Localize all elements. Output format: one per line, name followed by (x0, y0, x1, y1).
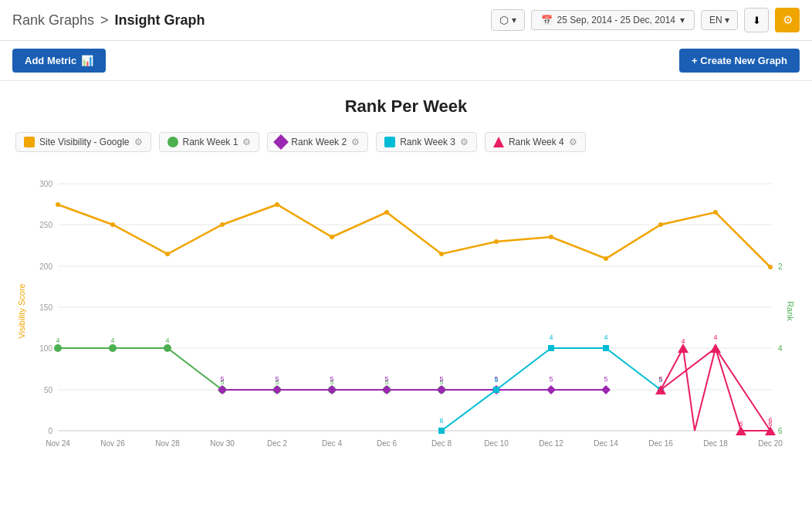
svg-text:4: 4 (56, 337, 59, 344)
legend-item-rank-week-2[interactable]: Rank Week 2 ⚙ (267, 132, 368, 152)
legend-swatch-site-visibility (24, 137, 35, 147)
svg-rect-80 (493, 387, 499, 393)
svg-text:250: 250 (39, 221, 52, 229)
svg-text:5: 5 (275, 375, 279, 383)
svg-text:4: 4 (549, 333, 553, 341)
lang-dropdown-arrow: ▾ (725, 15, 729, 25)
date-range-button[interactable]: 📅 25 Sep, 2014 - 25 Dec, 2014 ▾ (531, 10, 695, 30)
svg-rect-78 (438, 428, 445, 434)
svg-text:5: 5 (494, 376, 498, 384)
svg-marker-68 (382, 385, 391, 394)
header: Rank Graphs > Insight Graph ⬡ ▾ 📅 25 Sep… (0, 0, 812, 41)
date-range-label: 25 Sep, 2014 - 25 Dec, 2014 (557, 15, 675, 25)
svg-text:2: 2 (778, 262, 783, 271)
bar-chart-icon: 📊 (81, 55, 93, 66)
svg-text:Nov 24: Nov 24 (46, 439, 70, 448)
svg-text:6: 6 (778, 427, 783, 435)
add-metric-label: Add Metric (25, 55, 76, 66)
add-metric-button[interactable]: Add Metric 📊 (12, 49, 106, 73)
legend-label-rank-week-1: Rank Week 1 (183, 137, 239, 147)
svg-text:Dec 4: Dec 4 (322, 439, 343, 448)
breadcrumb-current: Insight Graph (115, 12, 205, 29)
sv-dot (56, 202, 60, 207)
site-visibility-line (58, 205, 770, 267)
svg-point-45 (768, 265, 773, 269)
legend-gear-site-visibility[interactable]: ⚙ (134, 137, 143, 147)
settings-button[interactable]: ⚙ (775, 8, 800, 32)
svg-point-42 (604, 256, 608, 261)
svg-rect-84 (603, 345, 609, 351)
svg-marker-74 (546, 385, 556, 394)
svg-text:6: 6 (768, 420, 772, 428)
breadcrumb: Rank Graphs > Insight Graph (12, 12, 205, 29)
svg-text:Dec 8: Dec 8 (431, 439, 452, 448)
legend-label-rank-week-4: Rank Week 4 (509, 137, 564, 147)
svg-text:150: 150 (39, 303, 52, 312)
svg-text:Dec 10: Dec 10 (484, 439, 509, 448)
breadcrumb-prefix: Rank Graphs (12, 12, 94, 29)
svg-text:0: 0 (48, 427, 52, 435)
svg-marker-76 (601, 385, 611, 394)
breadcrumb-separator: > (100, 12, 109, 29)
svg-text:4: 4 (713, 333, 717, 341)
svg-text:5: 5 (330, 375, 333, 383)
cube-icon: ⬡ (499, 14, 509, 26)
svg-text:6: 6 (439, 417, 443, 425)
cube-dropdown-arrow: ▾ (512, 15, 516, 25)
svg-text:5: 5 (439, 375, 443, 383)
calendar-icon: 📅 (541, 15, 553, 25)
svg-rect-82 (548, 345, 554, 351)
legend-label-site-visibility: Site Visibility - Google (39, 137, 130, 147)
cube-button[interactable]: ⬡ ▾ (491, 9, 525, 31)
legend-gear-rank-week-1[interactable]: ⚙ (242, 137, 251, 147)
svg-text:Dec 20: Dec 20 (758, 439, 783, 448)
download-button[interactable]: ⬇ (744, 8, 769, 32)
legend-gear-rank-week-2[interactable]: ⚙ (351, 137, 360, 147)
language-button[interactable]: EN ▾ (701, 10, 738, 30)
svg-text:100: 100 (39, 344, 52, 353)
svg-text:Dec 14: Dec 14 (594, 439, 618, 448)
svg-point-44 (713, 210, 718, 215)
svg-text:5: 5 (658, 375, 662, 383)
svg-point-39 (439, 252, 444, 256)
svg-point-38 (384, 210, 389, 215)
svg-text:5: 5 (384, 375, 388, 383)
legend-item-site-visibility[interactable]: Site Visibility - Google ⚙ (15, 132, 151, 152)
svg-text:4: 4 (110, 337, 114, 344)
svg-point-46 (54, 344, 62, 352)
chart-title: Rank Per Week (15, 96, 797, 117)
legend-item-rank-week-3[interactable]: Rank Week 3 ⚙ (376, 132, 477, 152)
svg-point-41 (549, 235, 553, 239)
header-controls: ⬡ ▾ 📅 25 Sep, 2014 - 25 Dec, 2014 ▾ EN ▾… (491, 8, 800, 32)
chart-area: Rank Per Week Site Visibility - Google ⚙… (0, 81, 812, 465)
create-graph-label: + Create New Graph (692, 55, 787, 66)
svg-text:5: 5 (220, 375, 224, 383)
legend-label-rank-week-3: Rank Week 3 (400, 137, 455, 147)
legend-item-rank-week-4[interactable]: Rank Week 4 ⚙ (485, 132, 586, 152)
legend-gear-rank-week-3[interactable]: ⚙ (460, 137, 469, 147)
svg-point-33 (110, 222, 115, 227)
svg-text:5: 5 (604, 375, 607, 383)
toolbar: Add Metric 📊 + Create New Graph (0, 41, 812, 81)
graph-container: Visibility Score Rank 300 250 200 150 10… (15, 164, 797, 458)
svg-text:Dec 2: Dec 2 (267, 439, 288, 448)
svg-text:Dec 12: Dec 12 (539, 439, 563, 448)
svg-text:5: 5 (549, 375, 553, 383)
gear-icon: ⚙ (783, 13, 793, 27)
svg-text:300: 300 (39, 180, 52, 188)
legend-gear-rank-week-4[interactable]: ⚙ (569, 137, 577, 147)
svg-text:4: 4 (165, 337, 169, 344)
legend-swatch-rank-week-1 (167, 137, 178, 147)
svg-point-40 (494, 239, 499, 244)
svg-text:200: 200 (39, 262, 52, 271)
legend-item-rank-week-1[interactable]: Rank Week 1 ⚙ (159, 132, 260, 152)
legend-swatch-rank-week-2 (273, 134, 289, 150)
create-graph-button[interactable]: + Create New Graph (679, 49, 800, 73)
svg-text:Dec 18: Dec 18 (703, 439, 728, 448)
date-dropdown-arrow: ▾ (680, 15, 685, 25)
svg-point-35 (220, 222, 225, 227)
rank-week1-line (58, 348, 442, 390)
language-label: EN (709, 15, 722, 25)
svg-text:Nov 30: Nov 30 (210, 439, 235, 448)
svg-marker-70 (437, 385, 446, 394)
